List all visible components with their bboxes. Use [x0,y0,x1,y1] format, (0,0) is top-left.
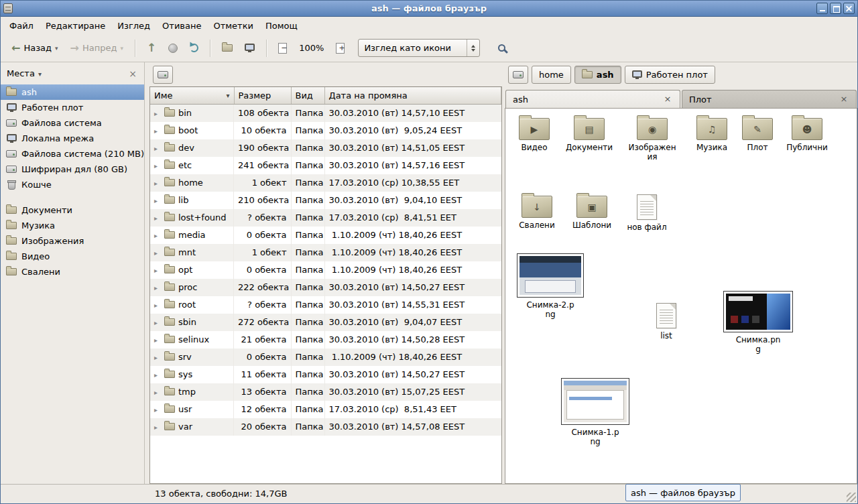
sidebar-item-desktop[interactable]: Работен плот [1,100,144,115]
tab-close-button[interactable] [662,94,673,105]
tree-row[interactable]: opt 0 обекта Папка 1.10.2009 (чт) 18,40,… [150,261,501,279]
tree-row[interactable]: var 20 обекта Папка 30.03.2010 (вт) 14,5… [150,418,501,436]
file-item-video[interactable]: ▶ Видео [511,117,558,152]
file-item-snimka-png[interactable]: Снимка.png [723,291,794,355]
tree-row[interactable]: bin 108 обекта Папка 30.03.2010 (вт) 14,… [150,104,501,122]
sidebar-item-encrypted-80gb[interactable]: Шифриран дял (80 GB) [1,162,144,177]
expander-icon[interactable] [154,369,161,379]
file-item-documents[interactable]: ▤ Документи [562,117,617,152]
path-button-home[interactable]: home [532,66,571,84]
menu-edit[interactable]: Редактиране [40,19,111,33]
search-button[interactable] [491,38,512,59]
sidebar-item-downloads[interactable]: Свалени [1,264,144,279]
combo-spinner-icon[interactable] [467,40,479,56]
expander-icon[interactable] [154,282,161,292]
column-header-type[interactable]: Вид [291,87,324,104]
tree-view[interactable]: Име Размер Вид Дата на промяна bin [149,86,502,484]
places-dropdown-icon[interactable] [38,68,42,78]
tree-row[interactable]: dev 190 обекта Папка 30.03.2010 (вт) 14,… [150,139,501,157]
file-item-downloads[interactable]: ↓ Свалени [515,194,559,230]
expander-icon[interactable] [154,212,161,223]
forward-button[interactable]: Напред ▾ [65,38,129,59]
tree-row[interactable]: home 1 обект Папка 17.03.2010 (ср) 10,38… [150,174,501,192]
path-button-desktop[interactable]: Работен плот [625,66,715,84]
computer-button[interactable] [239,38,260,59]
expander-icon[interactable] [154,108,161,118]
tree-row[interactable]: tmp 13 обекта Папка 30.03.2010 (вт) 15,0… [150,383,501,401]
sidebar-item-filesystem[interactable]: Файлова система [1,115,144,131]
expander-icon[interactable] [154,160,161,170]
sidebar-item-documents[interactable]: Документи [1,202,144,218]
sidebar-item-music[interactable]: Музика [1,218,144,233]
tree-row[interactable]: root ? обекта Папка 30.03.2010 (вт) 14,5… [150,296,501,314]
sidebar-item-trash[interactable]: Кошче [1,177,144,192]
view-mode-select[interactable]: Изглед като икони [358,39,480,57]
expander-icon[interactable] [154,422,161,432]
pane-splitter[interactable] [145,62,149,484]
tree-row[interactable]: sbin 272 обекта Папка 30.03.2010 (вт) 9,… [150,314,501,331]
reload-button[interactable] [184,38,204,59]
expander-icon[interactable] [154,300,161,310]
resize-grip[interactable] [847,493,856,502]
tree-row[interactable]: selinux 21 обекта Папка 30.03.2010 (вт) … [150,331,501,349]
pathbar-root-button[interactable] [153,66,173,84]
title-bar[interactable]: ash — файлов браузър [1,1,857,17]
file-item-list[interactable]: list [646,302,686,340]
column-header-size[interactable]: Размер [234,87,291,104]
tree-row[interactable]: etc 241 обекта Папка 30.03.2010 (вт) 14,… [150,157,501,174]
expander-icon[interactable] [154,387,161,397]
column-header-date[interactable]: Дата на промяна [324,87,501,104]
menu-help[interactable]: Помощ [259,19,304,33]
tab-plot[interactable]: Плот [682,90,857,108]
expander-icon[interactable] [154,247,161,257]
menu-bookmarks[interactable]: Отметки [207,19,259,33]
file-item-public[interactable]: ☻ Публични [782,117,833,152]
tree-row[interactable]: boot 10 обекта Папка 30.03.2010 (вт) 9,0… [150,122,501,139]
close-button[interactable] [843,3,855,14]
sidebar-item-ash[interactable]: ash [1,84,144,100]
tab-ash[interactable]: ash [505,90,680,108]
file-item-templates[interactable]: ▣ Шаблони [568,194,615,230]
expander-icon[interactable] [154,352,161,362]
expander-icon[interactable] [154,143,161,153]
expander-icon[interactable] [154,404,161,414]
sidebar-close-button[interactable] [127,68,138,79]
expander-icon[interactable] [154,125,161,135]
file-item-desktop-folder[interactable]: ✎ Плот [739,117,776,152]
minimize-button[interactable] [816,3,828,14]
expander-icon[interactable] [154,195,161,205]
tree-row[interactable]: proc 222 обекта Папка 30.03.2010 (вт) 14… [150,279,501,296]
sidebar-item-filesystem-210mb[interactable]: Файлова система (210 MB) [1,146,144,162]
icon-view[interactable]: ▶ Видео ▤ Документи ◉ Изображения ♫ Музи… [505,108,857,484]
tree-row[interactable]: lost+found ? обекта Папка 17.03.2010 (ср… [150,209,501,227]
file-item-snimka-1-png[interactable]: Снимка-1.png [560,378,630,447]
tree-row[interactable]: lib 210 обекта Папка 30.03.2010 (вт) 9,0… [150,192,501,209]
zoom-out-button[interactable] [273,38,292,59]
menu-go[interactable]: Отиване [156,19,207,33]
file-item-music[interactable]: ♫ Музика [690,117,733,152]
zoom-in-button[interactable] [330,38,350,59]
menu-file[interactable]: Файл [3,19,40,33]
home-button[interactable] [217,38,238,59]
file-item-snimka-2-png[interactable]: Снимка-2.png [516,253,585,320]
file-item-pictures[interactable]: ◉ Изображения [626,117,678,162]
file-item-new-file[interactable]: нов файл [625,193,669,232]
expander-icon[interactable] [154,334,161,344]
up-button[interactable] [141,38,162,59]
menu-view[interactable]: Изглед [111,19,156,33]
expander-icon[interactable] [154,265,161,275]
tree-row[interactable]: media 0 обекта Папка 1.10.2009 (чт) 18,4… [150,227,501,244]
stop-button[interactable] [163,38,183,59]
sidebar-item-pictures[interactable]: Изображения [1,233,144,249]
maximize-button[interactable] [830,3,841,14]
back-button[interactable]: Назад ▾ [6,38,64,59]
pathbar-filesystem-button[interactable] [508,66,528,84]
expander-icon[interactable] [154,230,161,240]
tree-row[interactable]: sys 11 обекта Папка 30.03.2010 (вт) 14,5… [150,366,501,383]
expander-icon[interactable] [154,317,161,327]
column-header-name[interactable]: Име [150,87,234,104]
path-button-ash[interactable]: ash [574,66,621,84]
expander-icon[interactable] [154,178,161,188]
tab-close-button[interactable] [839,94,849,105]
sidebar-item-videos[interactable]: Видео [1,249,144,264]
